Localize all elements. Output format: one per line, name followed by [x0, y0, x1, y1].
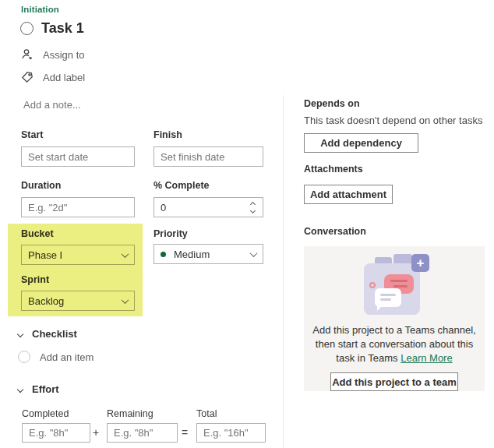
checklist-title: Checklist: [32, 328, 77, 340]
finish-placeholder: Set finish date: [161, 151, 224, 163]
chevron-down-icon: [122, 250, 129, 258]
collapse-chevron-icon[interactable]: [17, 330, 23, 337]
sprint-value: Backlog: [28, 295, 64, 307]
small-circle-icon: [369, 282, 376, 288]
priority-label: Priority: [153, 228, 188, 239]
conversation-description: Add this project to a Teams channel, the…: [310, 323, 478, 365]
add-project-to-team-button[interactable]: Add this project to a team: [330, 372, 458, 391]
duration-input[interactable]: E.g. "2d": [21, 197, 135, 217]
number-spinner[interactable]: [251, 203, 256, 213]
total-placeholder: E.g. "16h": [203, 427, 249, 439]
person-add-icon: [21, 48, 34, 61]
note-input[interactable]: Add a note...: [23, 99, 81, 111]
percent-complete-input[interactable]: 0: [153, 197, 263, 217]
checklist-item-circle[interactable]: [18, 351, 30, 363]
checklist-add-item[interactable]: Add an item: [18, 351, 94, 363]
start-label: Start: [21, 129, 43, 140]
remaining-label: Remaining: [107, 408, 153, 419]
add-label-label: Add label: [43, 72, 85, 83]
sprint-dropdown[interactable]: Backlog: [21, 291, 135, 311]
chat-bubble-icon: [375, 288, 401, 307]
add-dependency-button[interactable]: Add dependency: [304, 133, 418, 153]
start-date-input[interactable]: Set start date: [21, 146, 135, 167]
effort-title: Effort: [32, 383, 59, 395]
finish-date-input[interactable]: Set finish date: [153, 146, 263, 167]
remaining-placeholder: E.g. "8h": [114, 427, 153, 439]
duration-placeholder: E.g. "2d": [28, 202, 67, 213]
bucket-dropdown[interactable]: Phase I: [21, 245, 135, 265]
completed-label: Completed: [22, 408, 69, 419]
bucket-label: Bucket: [21, 228, 54, 239]
checklist-section-header[interactable]: Checklist: [18, 328, 77, 340]
task-title-row: Task 1: [20, 20, 84, 37]
add-attachment-button[interactable]: Add attachment: [304, 185, 393, 204]
teams-folder-illustration: +: [359, 254, 429, 317]
collapse-chevron-icon[interactable]: [17, 386, 23, 392]
bucket-value: Phase I: [28, 249, 62, 261]
priority-value: Medium: [174, 249, 210, 260]
start-placeholder: Set start date: [28, 151, 88, 163]
percent-complete-value: 0: [161, 202, 166, 213]
spinner-up-icon[interactable]: [250, 201, 256, 206]
depends-on-empty-text: This task doesn't depend on other tasks: [304, 115, 482, 126]
chevron-down-icon: [122, 296, 129, 304]
equals-operator: =: [182, 426, 188, 439]
add-label-button[interactable]: Add label: [21, 71, 85, 83]
total-label: Total: [196, 408, 217, 419]
conversation-title: Conversation: [304, 226, 366, 237]
chevron-down-icon: [250, 249, 258, 257]
duration-label: Duration: [21, 180, 61, 191]
assign-to-label: Assign to: [43, 49, 84, 61]
sprint-label: Sprint: [21, 274, 49, 285]
learn-more-link[interactable]: Learn More: [400, 352, 452, 364]
phase-label: Initiation: [21, 5, 59, 14]
completed-input[interactable]: E.g. "8h": [22, 423, 90, 443]
tag-icon: [21, 71, 34, 83]
attachments-title: Attachments: [304, 164, 363, 175]
remaining-input[interactable]: E.g. "8h": [107, 423, 178, 443]
completed-placeholder: E.g. "8h": [29, 427, 68, 439]
conversation-panel: + Add this project to a Teams channel, t…: [304, 246, 485, 391]
effort-section-header[interactable]: Effort: [18, 383, 59, 395]
priority-medium-dot-icon: [161, 252, 166, 257]
assign-to-button[interactable]: Assign to: [21, 48, 84, 61]
total-input[interactable]: E.g. "16h": [196, 423, 266, 443]
percent-complete-label: % Complete: [153, 180, 210, 191]
task-complete-circle[interactable]: [20, 22, 34, 35]
spinner-down-icon[interactable]: [250, 207, 256, 213]
add-item-label: Add an item: [40, 351, 94, 363]
depends-on-title: Depends on: [304, 98, 360, 109]
finish-label: Finish: [153, 129, 182, 140]
priority-dropdown[interactable]: Medium: [153, 244, 263, 264]
plus-badge-icon: +: [411, 254, 429, 272]
column-divider: [283, 95, 284, 448]
task-title: Task 1: [41, 20, 84, 37]
plus-operator: +: [93, 426, 99, 439]
